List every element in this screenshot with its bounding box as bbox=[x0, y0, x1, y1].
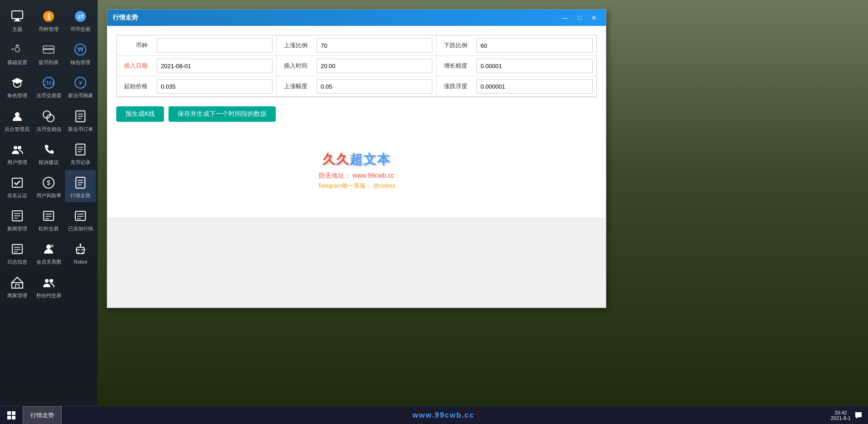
sidebar-item-fiat-exchange[interactable]: CNY 法币交易需 bbox=[34, 70, 64, 102]
svg-rect-1 bbox=[15, 19, 19, 20]
sidebar-item-market-trend[interactable]: 行情走势 bbox=[65, 170, 96, 202]
new-merchant-icon: ¥ bbox=[72, 75, 89, 91]
svg-rect-49 bbox=[12, 244, 22, 254]
admin-icon bbox=[9, 108, 25, 125]
watermark-telegram: Telegram唯一客服： @cwbss bbox=[317, 182, 395, 190]
insert-time-input[interactable] bbox=[317, 59, 432, 73]
telegram-value: @cwbss bbox=[373, 182, 395, 189]
start-price-input[interactable] bbox=[157, 79, 273, 94]
dialog-body: 币种 上涨比例 下跌比例 插入日期 bbox=[107, 26, 606, 217]
svg-rect-9 bbox=[43, 48, 54, 50]
svg-rect-7 bbox=[11, 48, 14, 50]
sidebar-item-news[interactable]: 新闻管理 bbox=[2, 203, 33, 235]
sidebar-item-complaint[interactable]: 投诉建议 bbox=[34, 137, 64, 169]
sidebar-item-user-manage[interactable]: 用户管理 bbox=[2, 137, 33, 169]
sidebar-item-recharge[interactable]: 充币记录 bbox=[65, 137, 96, 169]
fiat-icon: CNY bbox=[40, 75, 57, 91]
risk-icon: $ bbox=[40, 175, 57, 191]
sidebar-item-fiat-trade[interactable]: 法币交易信 bbox=[34, 104, 64, 136]
sidebar-item-backend-admin[interactable]: 后台管理员 bbox=[2, 104, 33, 136]
monitor-icon bbox=[9, 8, 25, 25]
sidebar-item-coin-exchange[interactable]: ⇄ 币币交易 bbox=[65, 4, 96, 36]
maximize-button[interactable]: □ bbox=[573, 13, 586, 23]
svg-text:⇄: ⇄ bbox=[78, 12, 84, 20]
sidebar-label-role: 角色管理 bbox=[7, 93, 27, 99]
sidebar-label-wallet: 钱包管理 bbox=[70, 60, 90, 65]
sidebar-item-risk[interactable]: $ 用户风险率 bbox=[34, 170, 64, 202]
svg-text:$: $ bbox=[47, 179, 51, 186]
sidebar-item-basic-settings[interactable]: 基础设置 bbox=[2, 37, 33, 69]
sidebar-label-risk: 用户风险率 bbox=[36, 193, 61, 199]
sidebar-item-futures[interactable]: 秒合约交易 bbox=[34, 270, 64, 302]
close-button[interactable]: ✕ bbox=[588, 13, 600, 23]
preview-k-button[interactable]: 预生成K线 bbox=[116, 106, 164, 122]
svg-point-24 bbox=[14, 146, 17, 150]
sidebar-label-withdraw: 提币列表 bbox=[39, 60, 59, 65]
svg-rect-41 bbox=[44, 211, 54, 220]
sidebar-item-added-market[interactable]: 已添加行情 bbox=[65, 203, 96, 235]
svg-rect-57 bbox=[77, 247, 84, 254]
svg-rect-30 bbox=[12, 178, 22, 187]
taskbar-active-item[interactable]: 行情走势 bbox=[23, 406, 62, 424]
sidebar-item-member[interactable]: 会员关系图 bbox=[34, 236, 64, 269]
svg-rect-72 bbox=[12, 411, 15, 415]
sidebar-label-complaint: 投诉建议 bbox=[39, 160, 59, 165]
form-cell-rise-amplitude: 上涨幅度 bbox=[277, 76, 436, 97]
svg-marker-67 bbox=[12, 277, 23, 283]
users-icon bbox=[9, 141, 25, 158]
form-cell-precision: 增长精度 bbox=[436, 56, 596, 76]
sidebar-item-coin-manage[interactable]: ₿ 币种管理 bbox=[34, 4, 64, 36]
svg-rect-71 bbox=[7, 411, 11, 415]
save-next-button[interactable]: 保存并生成下一个时间段的数据 bbox=[169, 106, 276, 122]
fluctuation-label: 涨跌浮度 bbox=[436, 82, 473, 90]
svg-rect-0 bbox=[12, 11, 23, 19]
dialog-title: 行情走势 bbox=[113, 14, 559, 22]
sidebar-item-lever[interactable]: 杠杆交易 bbox=[34, 203, 64, 235]
sidebar-label-coin-manage: 币种管理 bbox=[39, 26, 59, 32]
rise-ratio-input[interactable] bbox=[317, 38, 432, 53]
recharge-icon bbox=[72, 141, 89, 158]
fluctuation-input[interactable] bbox=[476, 79, 593, 94]
sidebar-item-commerce[interactable]: 商家管理 bbox=[2, 270, 33, 302]
form-cell-coin: 币种 bbox=[117, 35, 277, 56]
sidebar-item-log[interactable]: 日志信息 bbox=[2, 236, 33, 269]
market-icon bbox=[72, 175, 89, 191]
insert-date-input[interactable] bbox=[157, 59, 273, 73]
sidebar-item-new-merchant[interactable]: ¥ 新法币商家 bbox=[65, 70, 96, 102]
taskbar-time: 20:42 bbox=[834, 410, 847, 415]
sidebar-item-wallet[interactable]: ₩ 钱包管理 bbox=[65, 37, 96, 69]
sidebar-label-recharge: 充币记录 bbox=[70, 160, 90, 165]
sidebar-item-theme[interactable]: 主题 bbox=[2, 4, 33, 36]
verify-icon bbox=[9, 175, 25, 191]
sidebar-item-robot[interactable]: Robot bbox=[65, 236, 96, 269]
form-cell-date: 插入日期 bbox=[117, 56, 277, 76]
taskbar-start-button[interactable] bbox=[0, 406, 23, 424]
watermark-title-text: 久久 bbox=[322, 152, 350, 166]
svg-rect-73 bbox=[7, 416, 11, 419]
sidebar-item-withdraw[interactable]: 提币列表 bbox=[34, 37, 64, 69]
taskbar-date: 2021-8-1 bbox=[831, 415, 851, 421]
sidebar-label-theme: 主题 bbox=[12, 26, 22, 32]
sidebar-item-new-order[interactable]: 新去币订单 bbox=[65, 104, 96, 136]
sidebar-label-member: 会员关系图 bbox=[36, 259, 61, 265]
svg-rect-68 bbox=[15, 284, 19, 288]
sidebar-item-verify[interactable]: 实名认证 bbox=[2, 170, 33, 202]
taskbar-right: 20:422021-8-1 bbox=[825, 410, 868, 421]
growth-precision-input[interactable] bbox=[476, 59, 593, 73]
svg-text:CNY: CNY bbox=[43, 80, 55, 86]
growth-precision-label: 增长精度 bbox=[436, 62, 473, 70]
coin-input[interactable] bbox=[157, 38, 273, 53]
coin-label: 币种 bbox=[117, 41, 153, 50]
rise-amplitude-input[interactable] bbox=[317, 79, 432, 94]
telegram-label: Telegram唯一客服： bbox=[317, 182, 371, 189]
fall-ratio-input[interactable] bbox=[476, 38, 593, 53]
minimize-button[interactable]: — bbox=[559, 13, 571, 23]
sidebar-label-new-merchant: 新法币商家 bbox=[68, 93, 93, 99]
sidebar-label-robot: Robot bbox=[74, 259, 87, 265]
form-cell-rise-ratio: 上涨比例 bbox=[277, 35, 436, 56]
commerce-icon bbox=[9, 274, 25, 291]
chat-icon[interactable] bbox=[854, 411, 863, 419]
wallet-icon: ₩ bbox=[72, 41, 89, 58]
sidebar-label-backend-admin: 后台管理员 bbox=[5, 126, 30, 132]
sidebar-item-role[interactable]: 角色管理 bbox=[2, 70, 33, 102]
